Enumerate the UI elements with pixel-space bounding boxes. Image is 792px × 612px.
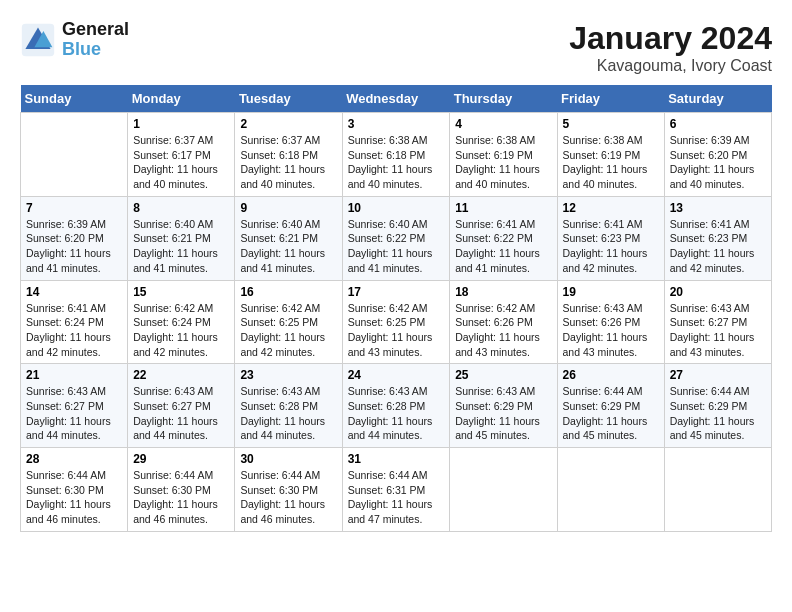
header-thursday: Thursday	[450, 85, 557, 113]
calendar-cell: 17Sunrise: 6:42 AMSunset: 6:25 PMDayligh…	[342, 280, 450, 364]
calendar-cell: 29Sunrise: 6:44 AMSunset: 6:30 PMDayligh…	[128, 448, 235, 532]
day-info: Sunrise: 6:44 AMSunset: 6:30 PMDaylight:…	[240, 468, 336, 527]
day-info: Sunrise: 6:41 AMSunset: 6:23 PMDaylight:…	[670, 217, 766, 276]
calendar-cell: 22Sunrise: 6:43 AMSunset: 6:27 PMDayligh…	[128, 364, 235, 448]
calendar-cell: 16Sunrise: 6:42 AMSunset: 6:25 PMDayligh…	[235, 280, 342, 364]
day-number: 31	[348, 452, 445, 466]
calendar-week-5: 28Sunrise: 6:44 AMSunset: 6:30 PMDayligh…	[21, 448, 772, 532]
day-info: Sunrise: 6:37 AMSunset: 6:18 PMDaylight:…	[240, 133, 336, 192]
calendar-week-4: 21Sunrise: 6:43 AMSunset: 6:27 PMDayligh…	[21, 364, 772, 448]
day-number: 12	[563, 201, 659, 215]
day-info: Sunrise: 6:40 AMSunset: 6:21 PMDaylight:…	[133, 217, 229, 276]
calendar-cell: 28Sunrise: 6:44 AMSunset: 6:30 PMDayligh…	[21, 448, 128, 532]
day-info: Sunrise: 6:42 AMSunset: 6:26 PMDaylight:…	[455, 301, 551, 360]
day-info: Sunrise: 6:38 AMSunset: 6:19 PMDaylight:…	[455, 133, 551, 192]
calendar-cell	[557, 448, 664, 532]
calendar-cell: 7Sunrise: 6:39 AMSunset: 6:20 PMDaylight…	[21, 196, 128, 280]
day-number: 26	[563, 368, 659, 382]
day-number: 13	[670, 201, 766, 215]
calendar-cell: 11Sunrise: 6:41 AMSunset: 6:22 PMDayligh…	[450, 196, 557, 280]
page-header: General Blue January 2024 Kavagouma, Ivo…	[20, 20, 772, 75]
day-number: 29	[133, 452, 229, 466]
calendar-cell: 4Sunrise: 6:38 AMSunset: 6:19 PMDaylight…	[450, 113, 557, 197]
day-info: Sunrise: 6:44 AMSunset: 6:29 PMDaylight:…	[563, 384, 659, 443]
day-number: 28	[26, 452, 122, 466]
day-number: 16	[240, 285, 336, 299]
header-sunday: Sunday	[21, 85, 128, 113]
calendar-cell: 5Sunrise: 6:38 AMSunset: 6:19 PMDaylight…	[557, 113, 664, 197]
calendar-week-2: 7Sunrise: 6:39 AMSunset: 6:20 PMDaylight…	[21, 196, 772, 280]
calendar-cell	[664, 448, 771, 532]
calendar-cell: 24Sunrise: 6:43 AMSunset: 6:28 PMDayligh…	[342, 364, 450, 448]
calendar-cell	[450, 448, 557, 532]
day-info: Sunrise: 6:38 AMSunset: 6:18 PMDaylight:…	[348, 133, 445, 192]
calendar-cell: 3Sunrise: 6:38 AMSunset: 6:18 PMDaylight…	[342, 113, 450, 197]
calendar-cell: 21Sunrise: 6:43 AMSunset: 6:27 PMDayligh…	[21, 364, 128, 448]
day-info: Sunrise: 6:43 AMSunset: 6:26 PMDaylight:…	[563, 301, 659, 360]
day-number: 9	[240, 201, 336, 215]
logo-line2: Blue	[62, 40, 129, 60]
calendar-cell: 15Sunrise: 6:42 AMSunset: 6:24 PMDayligh…	[128, 280, 235, 364]
day-info: Sunrise: 6:40 AMSunset: 6:21 PMDaylight:…	[240, 217, 336, 276]
day-number: 22	[133, 368, 229, 382]
day-info: Sunrise: 6:43 AMSunset: 6:29 PMDaylight:…	[455, 384, 551, 443]
day-number: 17	[348, 285, 445, 299]
day-info: Sunrise: 6:44 AMSunset: 6:30 PMDaylight:…	[133, 468, 229, 527]
day-info: Sunrise: 6:41 AMSunset: 6:22 PMDaylight:…	[455, 217, 551, 276]
calendar-cell: 10Sunrise: 6:40 AMSunset: 6:22 PMDayligh…	[342, 196, 450, 280]
day-info: Sunrise: 6:40 AMSunset: 6:22 PMDaylight:…	[348, 217, 445, 276]
day-info: Sunrise: 6:44 AMSunset: 6:31 PMDaylight:…	[348, 468, 445, 527]
day-info: Sunrise: 6:41 AMSunset: 6:24 PMDaylight:…	[26, 301, 122, 360]
day-number: 15	[133, 285, 229, 299]
day-number: 23	[240, 368, 336, 382]
day-number: 8	[133, 201, 229, 215]
calendar-cell: 13Sunrise: 6:41 AMSunset: 6:23 PMDayligh…	[664, 196, 771, 280]
header-tuesday: Tuesday	[235, 85, 342, 113]
header-wednesday: Wednesday	[342, 85, 450, 113]
logo: General Blue	[20, 20, 129, 60]
calendar-header-row: SundayMondayTuesdayWednesdayThursdayFrid…	[21, 85, 772, 113]
day-info: Sunrise: 6:44 AMSunset: 6:29 PMDaylight:…	[670, 384, 766, 443]
day-info: Sunrise: 6:41 AMSunset: 6:23 PMDaylight:…	[563, 217, 659, 276]
day-number: 30	[240, 452, 336, 466]
day-number: 4	[455, 117, 551, 131]
day-number: 24	[348, 368, 445, 382]
day-number: 27	[670, 368, 766, 382]
calendar-cell: 19Sunrise: 6:43 AMSunset: 6:26 PMDayligh…	[557, 280, 664, 364]
day-info: Sunrise: 6:44 AMSunset: 6:30 PMDaylight:…	[26, 468, 122, 527]
day-info: Sunrise: 6:43 AMSunset: 6:28 PMDaylight:…	[240, 384, 336, 443]
calendar-cell: 6Sunrise: 6:39 AMSunset: 6:20 PMDaylight…	[664, 113, 771, 197]
day-number: 21	[26, 368, 122, 382]
calendar-cell: 30Sunrise: 6:44 AMSunset: 6:30 PMDayligh…	[235, 448, 342, 532]
calendar-cell: 20Sunrise: 6:43 AMSunset: 6:27 PMDayligh…	[664, 280, 771, 364]
day-info: Sunrise: 6:43 AMSunset: 6:27 PMDaylight:…	[670, 301, 766, 360]
day-number: 10	[348, 201, 445, 215]
calendar-cell: 9Sunrise: 6:40 AMSunset: 6:21 PMDaylight…	[235, 196, 342, 280]
calendar-cell: 8Sunrise: 6:40 AMSunset: 6:21 PMDaylight…	[128, 196, 235, 280]
day-number: 5	[563, 117, 659, 131]
day-info: Sunrise: 6:38 AMSunset: 6:19 PMDaylight:…	[563, 133, 659, 192]
day-number: 25	[455, 368, 551, 382]
calendar-cell: 2Sunrise: 6:37 AMSunset: 6:18 PMDaylight…	[235, 113, 342, 197]
header-saturday: Saturday	[664, 85, 771, 113]
day-number: 11	[455, 201, 551, 215]
calendar-cell: 26Sunrise: 6:44 AMSunset: 6:29 PMDayligh…	[557, 364, 664, 448]
day-number: 3	[348, 117, 445, 131]
calendar-cell: 23Sunrise: 6:43 AMSunset: 6:28 PMDayligh…	[235, 364, 342, 448]
day-info: Sunrise: 6:37 AMSunset: 6:17 PMDaylight:…	[133, 133, 229, 192]
main-title: January 2024	[569, 20, 772, 57]
day-info: Sunrise: 6:43 AMSunset: 6:27 PMDaylight:…	[26, 384, 122, 443]
day-number: 14	[26, 285, 122, 299]
day-number: 20	[670, 285, 766, 299]
calendar-table: SundayMondayTuesdayWednesdayThursdayFrid…	[20, 85, 772, 532]
calendar-week-1: 1Sunrise: 6:37 AMSunset: 6:17 PMDaylight…	[21, 113, 772, 197]
day-info: Sunrise: 6:42 AMSunset: 6:25 PMDaylight:…	[348, 301, 445, 360]
day-number: 1	[133, 117, 229, 131]
calendar-cell: 14Sunrise: 6:41 AMSunset: 6:24 PMDayligh…	[21, 280, 128, 364]
day-number: 6	[670, 117, 766, 131]
day-number: 7	[26, 201, 122, 215]
calendar-cell: 18Sunrise: 6:42 AMSunset: 6:26 PMDayligh…	[450, 280, 557, 364]
day-info: Sunrise: 6:39 AMSunset: 6:20 PMDaylight:…	[670, 133, 766, 192]
title-block: January 2024 Kavagouma, Ivory Coast	[569, 20, 772, 75]
day-number: 2	[240, 117, 336, 131]
